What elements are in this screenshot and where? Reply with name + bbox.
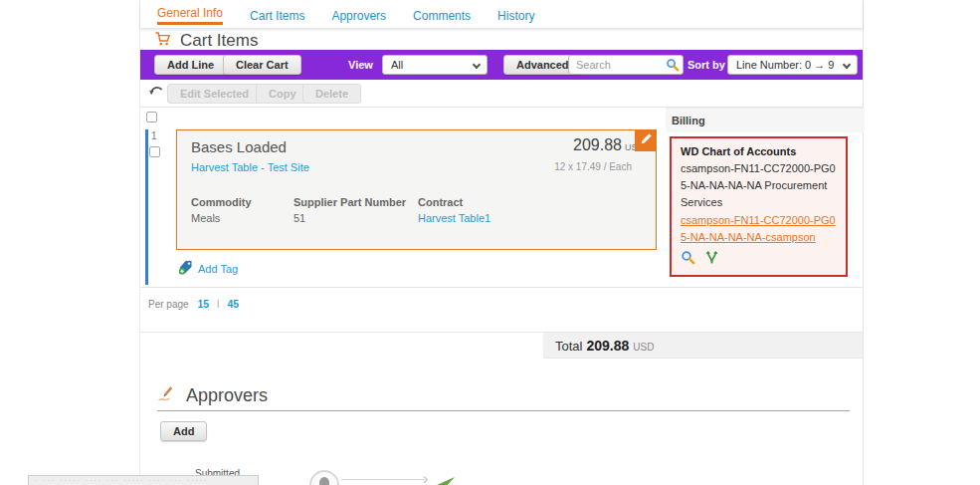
chevron-right-icon: › xyxy=(423,470,428,485)
cart-list-area: 1 Bases Loaded Harvest Table - Test Site… xyxy=(140,108,863,287)
signature-pen-icon xyxy=(157,385,177,406)
edit-line-button[interactable] xyxy=(635,129,657,151)
account-title: WD Chart of Accounts xyxy=(681,145,837,157)
tab-history[interactable]: History xyxy=(497,10,534,25)
cart-line-item-card: Bases Loaded Harvest Table - Test Site 2… xyxy=(176,129,657,250)
magnifier-icon[interactable] xyxy=(681,250,695,269)
field-commodity: Commodity Meals xyxy=(191,196,294,224)
per-page-45[interactable]: 45 xyxy=(227,298,239,310)
main-panel: General Info Cart Items Approvers Commen… xyxy=(139,0,864,485)
cart-icon xyxy=(155,31,172,51)
account-text: csampson-FN11-CC72000-PG05-NA-NA-NA-NA P… xyxy=(681,160,837,211)
tab-approvers[interactable]: Approvers xyxy=(331,10,386,25)
tab-bar: General Info Cart Items Approvers Commen… xyxy=(140,0,863,28)
item-fields: Commodity Meals Supplier Part Number 51 … xyxy=(191,196,646,224)
search-box xyxy=(568,55,684,75)
total-band: Total209.88USD xyxy=(543,333,863,359)
billing-panel: Billing WD Chart of Accounts csampson-FN… xyxy=(666,108,865,287)
billing-header: Billing xyxy=(666,109,865,132)
view-select[interactable]: All xyxy=(382,55,488,75)
view-label: View xyxy=(348,59,373,71)
tab-cart-items[interactable]: Cart Items xyxy=(250,10,304,25)
tag-plus-icon xyxy=(178,260,193,277)
cart-items-header: Cart Items xyxy=(155,31,258,51)
cart-page: General Info Cart Items Approvers Commen… xyxy=(0,0,980,485)
pagination-row: Per page 15 I 45 xyxy=(140,287,863,317)
add-line-button[interactable]: Add Line xyxy=(154,55,227,75)
chevron-down-icon xyxy=(843,61,851,69)
per-page-15[interactable]: 15 xyxy=(197,298,209,310)
page-title: Cart Items xyxy=(180,31,258,51)
line-item-checkbox[interactable] xyxy=(149,146,160,157)
total-label: Total xyxy=(555,339,582,354)
total-section: Total209.88USD xyxy=(140,332,863,333)
field-contract: Contract Harvest Table1 xyxy=(418,196,557,224)
clear-cart-button[interactable]: Clear Cart xyxy=(223,55,301,75)
pencil-icon xyxy=(640,131,653,149)
contract-link[interactable]: Harvest Table1 xyxy=(418,212,557,224)
person-icon xyxy=(319,477,329,485)
total-currency: USD xyxy=(633,342,654,353)
cart-toolbar: Add Line Clear Cart View All Advanced So… xyxy=(140,50,863,80)
line-selection-rail xyxy=(145,129,148,285)
delete-button[interactable]: Delete xyxy=(302,84,361,104)
approved-arrow-icon xyxy=(433,474,457,485)
workflow-connector xyxy=(341,479,425,480)
per-page-label: Per page xyxy=(148,299,189,310)
account-link[interactable]: csampson-FN11-CC72000-PG05-NA-NA-NA-NA-c… xyxy=(681,212,837,246)
add-tag-button[interactable]: Add Tag xyxy=(178,260,238,277)
item-supplier-link[interactable]: Harvest Table - Test Site xyxy=(191,161,309,173)
add-approver-button[interactable]: Add xyxy=(160,421,207,441)
field-supplier-part-number: Supplier Part Number 51 xyxy=(294,196,418,224)
tab-general-info[interactable]: General Info xyxy=(157,7,223,25)
sort-select[interactable]: Line Number: 0 → 9 xyxy=(727,55,858,75)
chart-of-accounts-box: WD Chart of Accounts csampson-FN11-CC720… xyxy=(670,136,848,277)
approvers-title: Approvers xyxy=(186,385,268,406)
chevron-down-icon xyxy=(473,61,481,69)
item-unit-detail: 12 x 17.49 / Each xyxy=(554,161,632,172)
search-icon[interactable] xyxy=(666,58,680,76)
status-tooltip: · ··· ····· ···· ··· ····· ···· ··· ····… xyxy=(28,475,259,485)
avatar xyxy=(309,470,339,485)
selection-action-row: Edit Selected Copy Delete xyxy=(140,80,863,108)
select-all-checkbox[interactable] xyxy=(146,112,157,122)
split-values-icon[interactable] xyxy=(704,250,719,269)
sort-by-label: Sort by xyxy=(687,59,725,71)
undo-arrow-icon[interactable] xyxy=(148,86,163,104)
tab-comments[interactable]: Comments xyxy=(413,10,471,25)
item-price: 209.88USD xyxy=(573,136,644,154)
copy-button[interactable]: Copy xyxy=(256,84,309,104)
edit-selected-button[interactable]: Edit Selected xyxy=(167,84,262,104)
item-name: Bases Loaded xyxy=(191,138,287,155)
total-amount: 209.88 xyxy=(586,338,629,354)
approvers-divider xyxy=(157,410,850,411)
line-number: 1 xyxy=(151,130,157,141)
approvers-header: Approvers xyxy=(157,385,268,406)
account-actions xyxy=(681,250,837,269)
per-page-separator: I xyxy=(217,299,220,310)
